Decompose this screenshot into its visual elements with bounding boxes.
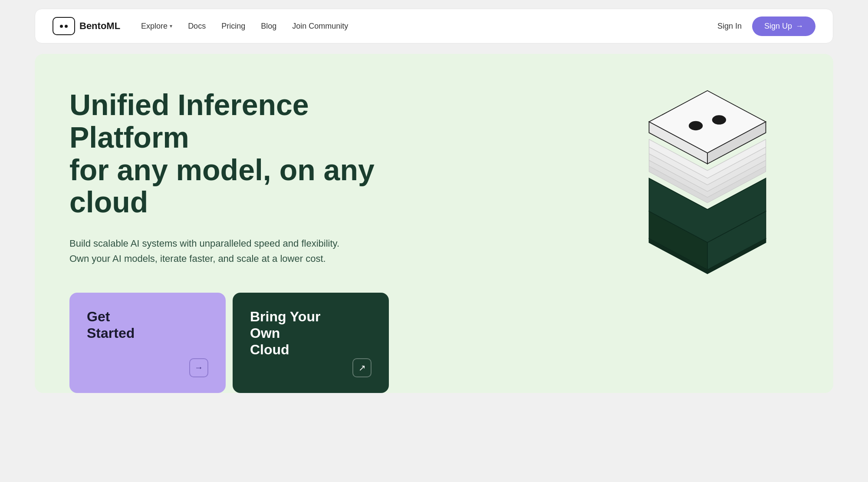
logo-dot-2 xyxy=(65,25,68,28)
svg-marker-0 xyxy=(649,91,766,153)
sign-in-button[interactable]: Sign In xyxy=(717,22,742,31)
hero-subtitle: Build scalable AI systems with unparalle… xyxy=(69,236,365,266)
hero-content: Unified Inference Platform for any model… xyxy=(69,80,417,267)
hero-title: Unified Inference Platform for any model… xyxy=(69,89,417,218)
svg-point-4 xyxy=(712,115,726,125)
byoc-arrow: ↗ xyxy=(352,358,372,377)
bento-svg xyxy=(616,71,799,297)
nav-link-blog[interactable]: Blog xyxy=(261,22,276,31)
get-started-title: Get Started xyxy=(87,308,208,342)
bento-illustration xyxy=(616,71,799,297)
hero-section: Unified Inference Platform for any model… xyxy=(35,54,833,393)
chevron-down-icon: ▾ xyxy=(170,23,172,29)
nav-link-docs[interactable]: Docs xyxy=(188,22,206,31)
logo[interactable]: BentoML xyxy=(53,17,120,35)
logo-dot-1 xyxy=(60,25,63,28)
get-started-card[interactable]: Get Started → xyxy=(69,293,226,393)
logo-text: BentoML xyxy=(79,20,120,32)
nav-left: BentoML Explore ▾ Docs Pricing Blog Join… xyxy=(53,17,348,35)
get-started-arrow: → xyxy=(189,358,208,377)
byoc-card[interactable]: Bring Your Own Cloud ↗ xyxy=(233,293,389,393)
sign-up-button[interactable]: Sign Up → xyxy=(752,17,815,36)
byoc-title: Bring Your Own Cloud xyxy=(250,308,372,358)
arrow-icon: → xyxy=(796,22,803,31)
nav-link-community[interactable]: Join Community xyxy=(292,22,348,31)
nav-links: Explore ▾ Docs Pricing Blog Join Communi… xyxy=(141,22,348,31)
nav-link-pricing[interactable]: Pricing xyxy=(221,22,245,31)
nav-right: Sign In Sign Up → xyxy=(717,17,815,36)
cta-cards: Get Started → Bring Your Own Cloud ↗ xyxy=(69,293,799,393)
navbar: BentoML Explore ▾ Docs Pricing Blog Join… xyxy=(35,9,833,43)
logo-icon xyxy=(53,17,75,35)
svg-point-3 xyxy=(689,121,703,131)
nav-link-explore[interactable]: Explore ▾ xyxy=(141,22,172,31)
